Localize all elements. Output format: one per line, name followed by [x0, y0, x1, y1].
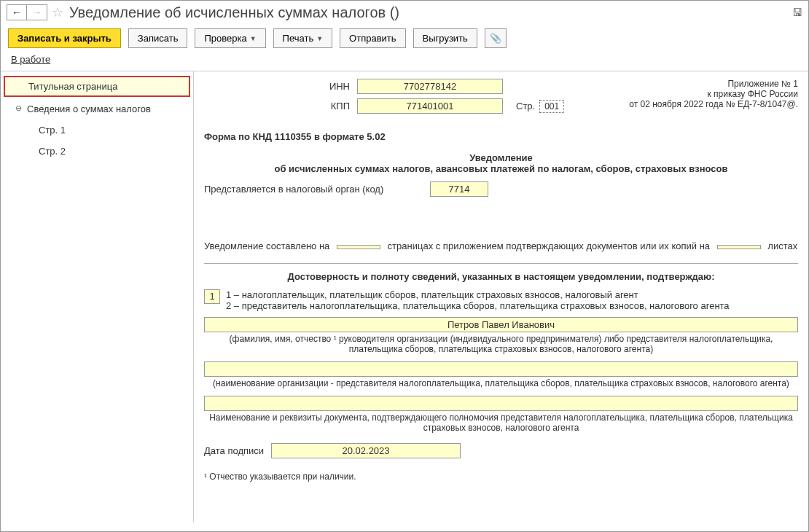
check-button[interactable]: Проверка▼ [195, 28, 265, 48]
disk-icon[interactable]: 🖫 [792, 7, 802, 18]
paperclip-icon: 📎 [490, 33, 501, 44]
page-label: Стр. [516, 101, 535, 112]
signer-caption: (фамилия, имя, отчество ¹ руководителя о… [204, 334, 798, 354]
kpp-label: КПП [328, 101, 357, 112]
page-title: Уведомление об исчисленных суммах налого… [69, 4, 399, 21]
confirm-header: Достоверность и полноту сведений, указан… [204, 271, 798, 282]
page-number[interactable]: 001 [539, 100, 564, 113]
tax-authority-label: Представляется в налоговый орган (код) [204, 184, 383, 195]
doc-title: Уведомление [204, 152, 798, 163]
org-caption: (наименование организации - представител… [204, 378, 798, 388]
signer-name-input[interactable]: Петров Павел Иванович [204, 317, 798, 332]
knd-caption: Форма по КНД 1110355 в формате 5.02 [204, 131, 798, 142]
footnote: ¹ Отчество указывается при наличии. [204, 472, 798, 482]
representative-org-input[interactable] [204, 361, 798, 377]
kpp-input[interactable]: 771401001 [357, 98, 503, 114]
form-content: ИНН 7702778142 КПП 771401001 Стр. 001 Пр… [194, 71, 808, 523]
sidebar: Титульная страница Сведения о суммах нал… [1, 71, 194, 523]
nav-title-page[interactable]: Титульная страница [4, 76, 190, 97]
pages-suffix: листах [767, 240, 797, 251]
confirm-option-2: 2 – представитель налогоплательщика, пла… [226, 300, 730, 311]
doc-subtitle: об исчисленных суммах налогов, авансовых… [204, 163, 798, 174]
nav-page-2[interactable]: Стр. 2 [1, 141, 193, 162]
print-button[interactable]: Печать▼ [273, 28, 333, 48]
save-close-button[interactable]: Записать и закрыть [8, 28, 121, 48]
pages-count-input[interactable] [337, 245, 380, 249]
toolbar: Записать и закрыть Записать Проверка▼ Пе… [1, 24, 808, 52]
authority-doc-input[interactable] [204, 396, 798, 411]
send-button[interactable]: Отправить [340, 28, 405, 48]
pages-middle: страницах с приложением подтверждающих д… [388, 240, 710, 251]
save-button[interactable]: Записать [128, 28, 188, 48]
doc-caption: Наименование и реквизиты документа, подт… [204, 412, 798, 433]
sign-date-input[interactable]: 20.02.2023 [271, 443, 461, 458]
chevron-down-icon: ▼ [316, 35, 323, 42]
inn-label: ИНН [328, 81, 357, 92]
status-link[interactable]: В работе [11, 54, 50, 65]
tax-authority-code[interactable]: 7714 [430, 181, 488, 197]
nav-sums-info[interactable]: Сведения о суммах налогов [1, 98, 193, 120]
inn-input[interactable]: 7702778142 [357, 79, 503, 94]
nav-page-1[interactable]: Стр. 1 [1, 120, 193, 141]
forward-button[interactable]: → [27, 4, 47, 20]
attach-button[interactable]: 📎 [485, 28, 507, 48]
appendix-info: Приложение № 1 к приказу ФНС России от 0… [629, 79, 798, 118]
sign-date-label: Дата подписи [204, 445, 264, 456]
back-button[interactable]: ← [7, 4, 27, 20]
chevron-down-icon: ▼ [250, 35, 257, 42]
favorite-icon[interactable]: ☆ [52, 4, 63, 20]
confirm-code-input[interactable]: 1 [204, 289, 220, 304]
confirm-option-1: 1 – налогоплательщик, плательщик сборов,… [226, 289, 730, 300]
pages-prefix: Уведомление составлено на [204, 240, 329, 251]
attachments-count-input[interactable] [717, 245, 761, 249]
export-button[interactable]: Выгрузить [413, 28, 477, 48]
